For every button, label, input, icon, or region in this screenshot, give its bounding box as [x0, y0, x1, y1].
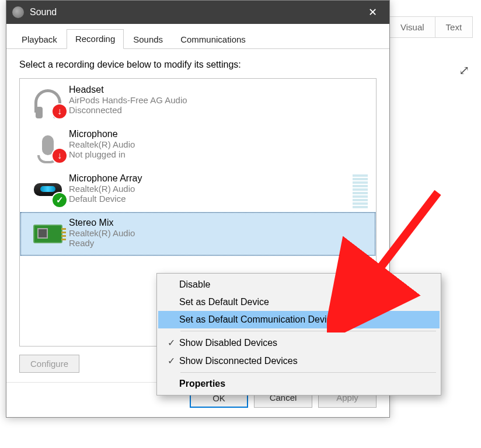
ctx-show-disconnected[interactable]: ✓ Show Disconnected Devices: [158, 352, 440, 370]
sound-appicon: [12, 6, 24, 18]
device-item-headset[interactable]: Headset AirPods Hands-Free AG Audio Disc…: [20, 79, 376, 123]
instruction-text: Select a recording device below to modif…: [19, 60, 377, 70]
tab-sounds[interactable]: Sounds: [125, 30, 171, 49]
ctx-separator: [180, 372, 436, 373]
microphone-icon: [27, 129, 69, 162]
ctx-label: Properties: [179, 379, 225, 389]
device-provider: AirPods Hands-Free AG Audio: [69, 95, 369, 105]
device-provider: Realtek(R) Audio: [69, 184, 369, 194]
device-name: Microphone Array: [69, 173, 369, 184]
tab-text[interactable]: Text: [435, 17, 473, 37]
device-name: Microphone: [69, 129, 369, 139]
webcam-icon: [27, 173, 69, 206]
dialog-title: Sound: [30, 7, 359, 18]
status-badge-error-icon: [53, 149, 67, 163]
check-icon: ✓: [163, 337, 179, 348]
background-tabs: Visual Text: [390, 16, 473, 38]
level-meter-icon: [353, 174, 368, 208]
titlebar: Sound ✕: [6, 1, 389, 24]
ctx-show-disabled[interactable]: ✓ Show Disabled Devices: [158, 334, 440, 352]
tab-playback[interactable]: Playback: [13, 30, 65, 49]
device-status: Disconnected: [69, 105, 369, 115]
configure-button[interactable]: Configure: [19, 355, 79, 373]
ctx-set-default-device[interactable]: Set as Default Device: [158, 293, 440, 311]
device-item-stereo-mix[interactable]: Stereo Mix Realtek(R) Audio Ready: [20, 212, 376, 256]
device-provider: Realtek(R) Audio: [69, 139, 369, 149]
tab-visual[interactable]: Visual: [390, 17, 435, 37]
status-badge-error-icon: [53, 104, 67, 118]
device-status: Default Device: [69, 194, 369, 204]
ctx-label: Show Disconnected Devices: [179, 356, 298, 366]
device-status: Ready: [69, 238, 369, 248]
device-item-microphone-array[interactable]: Microphone Array Realtek(R) Audio Defaul…: [20, 167, 376, 212]
ctx-label: Set as Default Device: [179, 297, 269, 307]
ctx-separator: [180, 331, 436, 331]
device-item-microphone[interactable]: Microphone Realtek(R) Audio Not plugged …: [20, 123, 376, 167]
device-name: Stereo Mix: [69, 218, 369, 228]
close-icon: ✕: [368, 6, 377, 19]
tab-recording[interactable]: Recording: [67, 29, 124, 49]
device-status: Not plugged in: [69, 149, 369, 159]
device-name: Headset: [69, 85, 369, 95]
status-badge-ok-icon: [53, 193, 67, 207]
ctx-label: Show Disabled Devices: [179, 338, 277, 348]
tab-communications[interactable]: Communications: [172, 30, 254, 49]
device-provider: Realtek(R) Audio: [69, 228, 369, 238]
close-button[interactable]: ✕: [359, 1, 386, 24]
ctx-label: Disable: [179, 279, 210, 290]
headset-icon: [27, 85, 69, 117]
ctx-label: Set as Default Communication Device: [179, 314, 336, 325]
context-menu: Disable Set as Default Device Set as Def…: [156, 273, 441, 396]
check-icon: ✓: [163, 355, 179, 366]
fullscreen-icon[interactable]: [459, 63, 473, 77]
ctx-set-default-comm-device[interactable]: Set as Default Communication Device: [158, 311, 440, 328]
soundcard-icon: [27, 218, 69, 250]
ctx-properties[interactable]: Properties: [158, 375, 440, 393]
dialog-tabs: Playback Recording Sounds Communications: [6, 24, 389, 49]
ctx-disable[interactable]: Disable: [158, 276, 440, 293]
